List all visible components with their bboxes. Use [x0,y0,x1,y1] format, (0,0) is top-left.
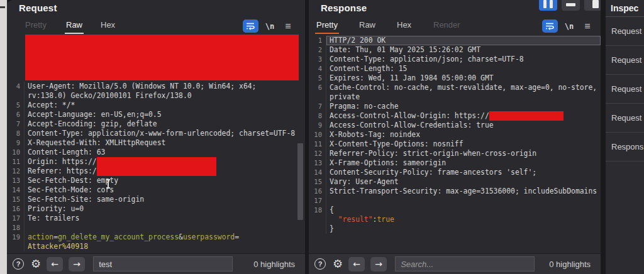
line-number: 3 [309,55,326,64]
split-columns-button[interactable] [539,0,557,11]
code-line[interactable]: 3Content-Type: application/json; charset… [309,55,601,64]
code-line[interactable]: Attacker%40918 [7,242,305,251]
tab-raw[interactable]: Raw [358,18,377,34]
code-line[interactable]: 17 [309,196,601,206]
response-search-bar: ? ⚙ ← → 0 highlights [309,253,601,274]
request-panel: Request PrettyRawHex \n ≡ 4User-Agent: M… [7,0,305,274]
inspector-section-1[interactable]: Request [606,46,644,75]
request-panel-title: Request [19,3,57,13]
search-next-button[interactable]: → [69,257,85,271]
code-line[interactable]: 5Accept: */* [7,101,305,110]
code-line[interactable]: 16Strict-Transport-Security: max-age=315… [309,187,601,196]
code-line[interactable]: 13Sec-Fetch-Dest: empty [7,176,305,185]
code-line[interactable]: 9Access-Control-Allow-Credentials: true [309,121,601,130]
line-number: 9 [309,121,326,130]
line-number: 17 [309,196,326,206]
code-line[interactable]: 4User-Agent: Mozilla/5.0 (Windows NT 10.… [7,82,305,91]
search-prev-button[interactable]: ← [47,257,63,271]
inspector-section-2[interactable]: Request [606,75,644,104]
code-line[interactable]: 9X-Requested-With: XMLHttpRequest [7,138,305,148]
help-icon[interactable]: ? [314,258,326,270]
code-line[interactable]: 12Referer: https:/ [7,167,305,176]
inspector-section-0[interactable]: Request [606,17,644,46]
code-line[interactable]: 7Accept-Encoding: gzip, deflate [7,119,305,129]
line-number: 18 [309,206,326,215]
code-line[interactable]: 5Expires: Wed, 11 Jan 1984 05:00:00 GMT [309,74,601,83]
code-line[interactable]: 10X-Robots-Tag: noindex [309,130,601,140]
newline-toggle-icon[interactable]: \n [263,19,277,33]
inspector-section-3[interactable]: Request [606,104,644,133]
code-line[interactable]: 10Content-Length: 63 [7,148,305,157]
code-line[interactable]: 17Te: trailers [7,214,305,223]
line-number [309,215,326,224]
code-line[interactable]: 7Pragma: no-cache [309,102,601,111]
code-line[interactable]: 6Accept-Language: en-US,en;q=0.5 [7,110,305,119]
inspector-section-4[interactable]: Respons [606,133,644,162]
code-line[interactable]: private [309,92,601,102]
tab-pretty[interactable]: Pretty [24,18,48,34]
code-line[interactable]: 8Content-Type: application/x-www-form-ur… [7,129,305,138]
code-line[interactable]: 14Sec-Fetch-Mode: cors [7,185,305,195]
code-line[interactable]: 13X-Frame-Options: sameorigin [309,158,601,168]
single-pane-button[interactable] [584,0,602,11]
line-number: 9 [7,138,25,148]
wrap-lines-icon[interactable] [542,19,558,33]
tab-render[interactable]: Render [432,18,462,34]
newline-toggle-icon[interactable]: \n [562,19,576,33]
help-icon[interactable]: ? [13,258,24,270]
split-rows-button[interactable] [562,0,580,11]
text-cursor [108,180,109,188]
layout-switcher [539,0,602,11]
search-settings-gear-icon[interactable]: ⚙ [31,258,41,270]
code-line[interactable]: 14Content-Security-Policy: frame-ancesto… [309,168,601,177]
line-number [7,91,25,101]
panel-divider[interactable] [601,0,606,274]
code-line[interactable]: 6Cache-Control: no-cache, must-revalidat… [309,83,601,92]
code-line[interactable]: 15Sec-Fetch-Site: same-origin [7,195,305,204]
response-search-input[interactable] [395,256,535,271]
code-line[interactable]: 4Content-Length: 15 [309,64,601,74]
line-number: 7 [7,119,25,129]
code-line[interactable]: 12Referrer-Policy: strict-origin-when-cr… [309,149,601,158]
line-number: 6 [309,83,326,92]
line-number: 2 [309,45,326,55]
code-line[interactable]: 19action=gn_delete_my_account_process&us… [7,233,305,242]
search-settings-gear-icon[interactable]: ⚙ [333,258,343,270]
line-number: 16 [309,187,326,196]
tab-pretty[interactable]: Pretty [315,18,339,34]
response-editor[interactable]: 1HTTP/2 200 OK2Date: Thu, 01 May 2025 15… [309,35,601,253]
request-editor[interactable]: 4User-Agent: Mozilla/5.0 (Windows NT 10.… [7,35,305,253]
response-panel-title: Response [321,3,367,13]
code-line[interactable]: 11X-Content-Type-Options: nosniff [309,140,601,149]
search-next-button[interactable]: → [370,257,387,271]
code-line[interactable]: 2Date: Thu, 01 May 2025 15:26:02 GMT [309,45,601,55]
code-line[interactable]: } [309,224,601,234]
line-number: 19 [7,233,25,242]
wrap-lines-icon[interactable] [243,19,258,33]
code-line[interactable]: 16Priority: u=0 [7,204,305,214]
request-scrollbar-thumb[interactable] [297,143,303,220]
tab-hex[interactable]: Hex [99,18,116,34]
code-line[interactable]: 18{ [309,206,601,215]
tab-raw[interactable]: Raw [65,18,84,34]
code-line[interactable]: 11Origin: https:// [7,157,305,167]
tab-hex[interactable]: Hex [396,18,413,34]
request-search-input[interactable] [93,256,233,271]
code-line[interactable]: 15Vary: User-Agent [309,177,601,187]
line-number: 6 [7,110,25,119]
line-number: 11 [7,157,25,167]
code-line[interactable]: 8Access-Control-Allow-Origin: https:// [309,111,601,121]
editor-menu-icon[interactable]: ≡ [282,19,294,33]
code-line[interactable]: rv:138.0) Gecko/20100101 Firefox/138.0 [7,91,305,101]
line-number: 10 [7,148,25,157]
inspector-title: Inspec [606,0,644,17]
code-line[interactable]: 1HTTP/2 200 OK [309,36,601,45]
code-line[interactable]: 18 [7,223,305,233]
search-prev-button[interactable]: ← [348,257,365,271]
editor-menu-icon[interactable]: ≡ [581,19,594,33]
line-number: 13 [309,158,326,168]
line-number: 4 [309,64,326,74]
line-number: 17 [7,214,25,223]
code-line[interactable]: "result":true [309,215,601,224]
line-number: 8 [309,111,326,121]
